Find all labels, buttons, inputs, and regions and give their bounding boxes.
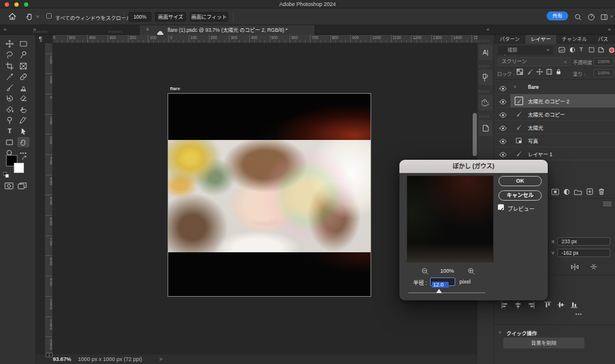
align-top-icon[interactable] xyxy=(544,300,551,311)
tab-channels[interactable]: チャンネル xyxy=(556,35,592,44)
visibility-eye-icon[interactable] xyxy=(499,83,507,92)
blend-mode-select[interactable]: スクリーン ˅ xyxy=(497,57,571,66)
scroll-all-windows-checkbox[interactable] xyxy=(46,13,52,19)
hand-tool-option-icon[interactable] xyxy=(25,12,34,23)
filter-type-chevron-icon[interactable]: ˅ xyxy=(547,47,550,53)
path-selection-tool[interactable] xyxy=(17,126,29,136)
filter-shape-icon[interactable] xyxy=(589,47,595,54)
search-icon[interactable] xyxy=(574,13,582,23)
status-chevron-icon[interactable]: > xyxy=(159,356,162,362)
default-colors-icon[interactable] xyxy=(3,169,9,180)
group-expand-chevron-icon[interactable]: ˅ xyxy=(514,84,517,89)
color-panel-icon[interactable] xyxy=(479,95,492,111)
zoom-100-button[interactable]: 100% xyxy=(129,12,151,22)
quick-actions-header[interactable]: クイック操作 xyxy=(506,329,537,336)
type-tool[interactable]: T xyxy=(4,126,16,136)
smudge-tool[interactable] xyxy=(17,104,29,114)
remove-background-button[interactable]: 背景を削除 xyxy=(503,338,584,348)
healing-brush-tool[interactable] xyxy=(17,71,29,82)
pen-tool[interactable] xyxy=(17,115,29,125)
hand-option-chevron-icon[interactable]: ˅ xyxy=(36,14,39,20)
screen-mode-icon[interactable] xyxy=(17,181,27,192)
opacity-value[interactable]: 100% xyxy=(593,58,614,66)
vertical-ruler[interactable]: 2001000100200300400500600700800900100011… xyxy=(45,43,53,354)
brush-settings-panel-icon[interactable] xyxy=(479,70,492,85)
brush-tool[interactable] xyxy=(4,82,16,93)
layer-thumbnail[interactable] xyxy=(515,123,523,132)
marquee-tool[interactable] xyxy=(17,38,29,49)
filter-type-icon[interactable]: T xyxy=(580,46,583,52)
visibility-eye-icon[interactable] xyxy=(499,110,507,118)
eraser-tool[interactable] xyxy=(17,93,29,103)
lock-artboard-icon[interactable] xyxy=(546,68,553,76)
layer-group-row[interactable]: ˅ flare xyxy=(494,81,615,94)
y-value-field[interactable]: -162 px xyxy=(557,249,610,257)
align-center-horizontal-icon[interactable] xyxy=(514,300,522,311)
filter-adjustment-icon[interactable] xyxy=(569,47,575,54)
more-align-options-icon[interactable]: ••• xyxy=(575,311,582,317)
libraries-panel-icon[interactable] xyxy=(479,120,492,136)
tab-patterns[interactable]: パターン xyxy=(494,35,526,44)
document-tab[interactable]: × flare (1).psdc @ 93.7% (太陽光 のコピー 2, RG… xyxy=(140,25,315,35)
align-left-icon[interactable] xyxy=(501,300,509,311)
zoom-out-icon[interactable] xyxy=(421,267,429,278)
workspace-layout-icon[interactable] xyxy=(600,13,608,23)
layer-row[interactable]: 太陽光 xyxy=(494,121,615,134)
x-value-field[interactable]: 233 px xyxy=(557,237,610,246)
clone-stamp-tool[interactable] xyxy=(17,82,29,93)
lock-pixels-icon[interactable] xyxy=(527,68,533,76)
smart-object-icon[interactable] xyxy=(515,136,523,145)
fill-value[interactable]: 100% xyxy=(593,69,614,77)
align-bottom-icon[interactable] xyxy=(571,300,578,311)
align-right-icon[interactable] xyxy=(527,300,535,311)
gradient-tool[interactable] xyxy=(4,104,16,114)
layer-thumbnail[interactable] xyxy=(515,150,523,158)
delete-layer-icon[interactable] xyxy=(598,187,605,198)
frame-tool[interactable] xyxy=(17,61,29,71)
radius-input[interactable]: 12.0 xyxy=(430,278,455,286)
cancel-button[interactable]: キャンセル xyxy=(498,190,542,201)
close-tab-icon[interactable]: × xyxy=(146,26,149,32)
quick-actions-chevron-icon[interactable]: ˅ xyxy=(498,330,501,335)
visibility-eye-icon[interactable] xyxy=(499,123,507,132)
filter-smart-object-icon[interactable] xyxy=(598,47,604,54)
move-tool[interactable] xyxy=(4,38,16,49)
rectangle-tool[interactable] xyxy=(4,137,16,147)
character-panel-icon[interactable]: A| xyxy=(479,44,492,60)
hand-tool[interactable] xyxy=(17,137,29,147)
share-button[interactable]: 共有 xyxy=(547,11,568,20)
panel-menu-icon[interactable] xyxy=(603,202,611,206)
toolbar-collapse-icon[interactable]: « xyxy=(4,26,7,32)
canvas-artboard[interactable] xyxy=(168,94,371,296)
blur-preview-thumbnail[interactable] xyxy=(407,175,494,262)
layer-filter-search-input[interactable]: 種類 xyxy=(498,46,553,55)
lock-position-icon[interactable] xyxy=(536,68,543,76)
panel-grip[interactable] xyxy=(34,31,47,33)
visibility-eye-icon[interactable] xyxy=(499,150,507,158)
flip-vertical-icon[interactable] xyxy=(590,262,598,273)
eyedropper-tool[interactable] xyxy=(4,71,16,82)
screen-size-button[interactable]: 画面サイズ xyxy=(155,12,186,22)
lock-all-icon[interactable] xyxy=(556,68,562,76)
fit-on-screen-button[interactable]: 画面にフィット xyxy=(190,12,228,22)
radius-slider-track[interactable] xyxy=(408,293,485,293)
add-mask-icon[interactable] xyxy=(551,187,559,198)
lock-transparency-icon[interactable] xyxy=(517,68,523,76)
workspace-chevron-icon[interactable]: ˅ xyxy=(610,14,613,19)
layer-thumbnail[interactable] xyxy=(515,110,523,118)
visibility-eye-icon[interactable] xyxy=(499,136,507,145)
crop-tool[interactable] xyxy=(4,61,16,71)
filter-image-icon[interactable] xyxy=(559,47,565,54)
filter-pin-icon[interactable] xyxy=(609,47,614,53)
artboard-label[interactable]: flare xyxy=(170,86,180,91)
home-icon[interactable] xyxy=(8,12,17,23)
align-center-vertical-icon[interactable] xyxy=(557,300,565,311)
tab-layers[interactable]: レイヤー xyxy=(526,35,557,44)
horizontal-ruler[interactable]: 6005004003002001000100200300400500600700… xyxy=(53,35,477,43)
preview-checkbox[interactable] xyxy=(498,204,504,210)
layer-row[interactable]: 太陽光 のコピー xyxy=(494,108,615,121)
vertical-scrollbar[interactable] xyxy=(473,113,477,156)
tab-paths[interactable]: パス xyxy=(593,35,614,44)
panel-expand-icon[interactable]: » xyxy=(608,26,611,32)
quick-mask-icon[interactable] xyxy=(4,181,14,192)
